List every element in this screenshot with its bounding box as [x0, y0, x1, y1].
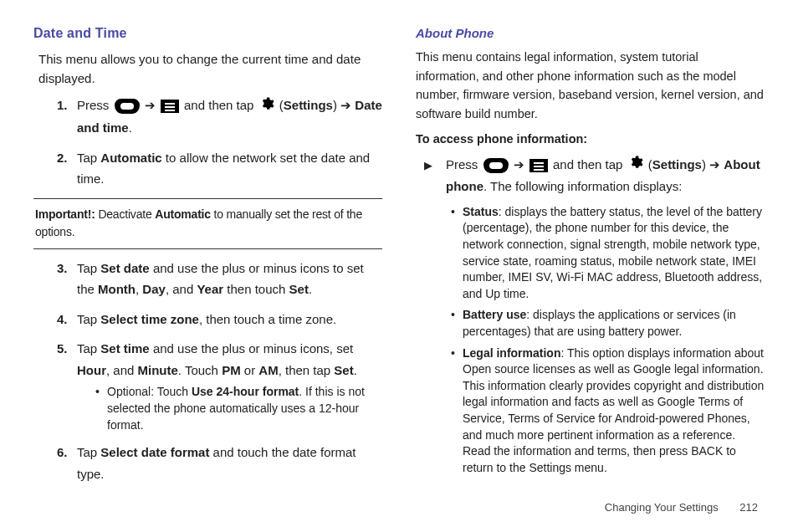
page-number: 212: [739, 501, 758, 514]
page-footer: Changing Your Settings 212: [605, 501, 758, 514]
bullet-status: Status: displays the battery status, the…: [451, 204, 765, 303]
date-time-intro: This menu allows you to change the curre…: [38, 49, 382, 89]
right-column: About Phone This menu contains legal inf…: [399, 23, 765, 517]
footer-title: Changing Your Settings: [605, 501, 719, 514]
step-1: 1. Press ➔ and then tap (Settings) ➔ Dat…: [57, 95, 382, 138]
step-3: 3. Tap Set date and use the plus or minu…: [57, 258, 382, 300]
step-5-sub: Optional: Touch Use 24-hour format. If t…: [95, 384, 382, 433]
step-5: 5. Tap Set time and use the plus or minu…: [57, 338, 382, 433]
date-time-heading: Date and Time: [33, 23, 382, 44]
access-heading: To access phone information:: [416, 130, 765, 148]
about-phone-bullets: Status: displays the battery status, the…: [451, 204, 765, 477]
home-button-icon: [115, 99, 140, 114]
important-note: Important!: Deactivate Automatic to manu…: [33, 198, 382, 249]
step-5-optional: Optional: Touch Use 24-hour format. If t…: [95, 384, 382, 433]
triangle-bullet-icon: ▶: [424, 156, 432, 175]
bullet-battery: Battery use: displays the applications o…: [451, 307, 765, 340]
access-steps: ▶ Press ➔ and then tap (Settings) ➔ Abou…: [424, 154, 765, 477]
home-button-icon: [483, 158, 509, 173]
access-step-1: ▶ Press ➔ and then tap (Settings) ➔ Abou…: [424, 154, 765, 477]
step-2: 2. Tap Automatic to allow the network se…: [57, 147, 382, 190]
menu-icon: [161, 100, 179, 113]
gear-icon: [628, 155, 643, 176]
left-column: Date and Time This menu allows you to ch…: [33, 23, 399, 517]
bullet-legal: Legal information: This option displays …: [451, 345, 765, 477]
about-phone-heading: About Phone: [416, 23, 765, 43]
date-time-steps: 1. Press ➔ and then tap (Settings) ➔ Dat…: [57, 95, 382, 189]
step-6: 6. Tap Select date format and touch the …: [57, 442, 382, 484]
step-4: 4. Tap Select time zone, then touch a ti…: [57, 309, 382, 330]
about-phone-intro: This menu contains legal information, sy…: [416, 48, 765, 123]
menu-icon: [529, 159, 548, 172]
date-time-steps-cont: 3. Tap Set date and use the plus or minu…: [57, 258, 382, 484]
gear-icon: [259, 96, 274, 118]
